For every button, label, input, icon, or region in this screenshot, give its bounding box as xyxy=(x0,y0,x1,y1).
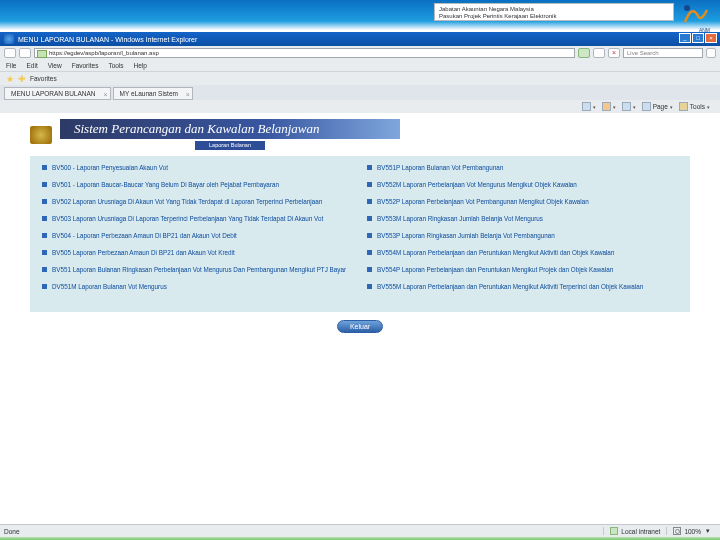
ie-tabstrip: MENU LAPORAN BULANAN × MY eLaunan Sistem… xyxy=(0,85,720,100)
report-link-l-0[interactable]: BV500 - Laporan Penyesuaian Akaun Vot xyxy=(42,164,353,172)
report-link-label[interactable]: BV552M Laporan Perbelanjaan Vot Mengurus… xyxy=(377,181,577,189)
report-panel: BV500 - Laporan Penyesuaian Akaun VotBV5… xyxy=(30,156,690,312)
report-link-label[interactable]: BV552P Laporan Perbelanjaan Vot Pembangu… xyxy=(377,198,589,206)
report-link-label[interactable]: BV505 Laporan Perbezaan Amaun Di BP21 da… xyxy=(52,249,235,257)
report-link-label[interactable]: BV553M Laporan Ringkasan Jumlah Belanja … xyxy=(377,215,543,223)
report-link-l-5[interactable]: BV505 Laporan Perbezaan Amaun Di BP21 da… xyxy=(42,249,353,257)
maximize-button[interactable]: □ xyxy=(692,33,704,43)
bullet-icon xyxy=(42,165,47,170)
report-link-r-3[interactable]: BV553M Laporan Ringkasan Jumlah Belanja … xyxy=(367,215,678,223)
report-link-l-7[interactable]: DV551M Laporan Bulanan Vot Mengurus xyxy=(42,283,353,291)
report-link-label[interactable]: BV555M Laporan Perbelanjaan dan Peruntuk… xyxy=(377,283,643,291)
report-link-label[interactable]: DV551M Laporan Bulanan Vot Mengurus xyxy=(52,283,167,291)
bullet-icon xyxy=(42,216,47,221)
tools-menu[interactable]: Tools▾ xyxy=(679,102,710,111)
report-link-label[interactable]: BV501 - Laporan Baucar-Baucar Yang Belum… xyxy=(52,181,279,189)
report-link-label[interactable]: BV502 Laporan Urusniaga Di Akaun Vot Yan… xyxy=(52,198,322,206)
window-title: MENU LAPORAN BULANAN - Windows Internet … xyxy=(18,36,197,43)
refresh-button[interactable] xyxy=(593,48,605,58)
report-link-label[interactable]: BV551 Laporan Bulanan Ringkasan Perbelan… xyxy=(52,266,346,274)
address-bar[interactable]: https://egdev/aspb/laporan/l_bulanan.asp xyxy=(34,48,575,58)
system-sub-banner: Laporan Bulanan xyxy=(195,141,265,150)
add-favorite-icon[interactable]: ✚ xyxy=(18,74,26,84)
ag-logo: ANM xyxy=(680,2,710,26)
ie-nav-row: https://egdev/aspb/laporan/l_bulanan.asp… xyxy=(0,46,720,60)
ie-favorites-bar: ★ ✚ Favorites xyxy=(0,71,720,85)
search-box[interactable]: Live Search xyxy=(623,48,703,58)
status-zone: Local intranet xyxy=(603,527,666,535)
report-link-l-1[interactable]: BV501 - Laporan Baucar-Baucar Yang Belum… xyxy=(42,181,353,189)
report-link-label[interactable]: BV554P Laporan Perbelanjaan dan Peruntuk… xyxy=(377,266,613,274)
stop-button[interactable]: × xyxy=(608,48,620,58)
report-link-l-4[interactable]: BV504 - Laporan Perbezaan Amaun Di BP21 … xyxy=(42,232,353,240)
close-button[interactable]: × xyxy=(705,33,717,43)
feeds-button[interactable]: ▾ xyxy=(602,102,616,111)
bullet-icon xyxy=(367,182,372,187)
go-button[interactable] xyxy=(578,48,590,58)
org-header: Jabatan Akauntan Negara Malaysia Pasukan… xyxy=(0,0,720,30)
report-link-label[interactable]: BV551P Laporan Bulanan Vot Pembangunan xyxy=(377,164,503,172)
bullet-icon xyxy=(42,233,47,238)
report-link-label[interactable]: BV554M Laporan Perbelanjaan dan Peruntuk… xyxy=(377,249,614,257)
ie-status-bar: Done Local intranet 100%▾ xyxy=(0,524,720,537)
report-link-label[interactable]: BV553P Laporan Ringkasan Jumlah Belanja … xyxy=(377,232,555,240)
tab-1[interactable]: MENU LAPORAN BULANAN × xyxy=(4,87,111,100)
tab-2-close-icon[interactable]: × xyxy=(186,89,190,100)
tab-1-label: MENU LAPORAN BULANAN xyxy=(11,90,96,97)
report-col-right: BV551P Laporan Bulanan Vot PembangunanBV… xyxy=(367,164,678,300)
bullet-icon xyxy=(367,216,372,221)
national-crest-icon xyxy=(30,126,52,144)
svg-point-0 xyxy=(684,5,690,11)
favorites-label[interactable]: Favorites xyxy=(30,75,57,82)
status-zoom[interactable]: 100%▾ xyxy=(666,527,716,535)
report-link-label[interactable]: BV503 Laporan Urusniaga Di Laporan Terpe… xyxy=(52,215,323,223)
tab-2[interactable]: MY eLaunan Sistem × xyxy=(113,87,193,100)
report-link-r-2[interactable]: BV552P Laporan Perbelanjaan Vot Pembangu… xyxy=(367,198,678,206)
ie-command-bar: ▾ ▾ ▾ Page▾ Tools▾ xyxy=(0,100,720,113)
report-link-r-1[interactable]: BV552M Laporan Perbelanjaan Vot Mengurus… xyxy=(367,181,678,189)
bullet-icon xyxy=(42,199,47,204)
bullet-icon xyxy=(367,233,372,238)
zone-icon xyxy=(610,527,618,535)
menu-favorites[interactable]: Favorites xyxy=(72,62,99,69)
bullet-icon xyxy=(367,267,372,272)
report-link-r-5[interactable]: BV554M Laporan Perbelanjaan dan Peruntuk… xyxy=(367,249,678,257)
bullet-icon xyxy=(367,199,372,204)
bullet-icon xyxy=(367,284,372,289)
menu-file[interactable]: File xyxy=(6,62,16,69)
report-link-l-6[interactable]: BV551 Laporan Bulanan Ringkasan Perbelan… xyxy=(42,266,353,274)
menu-tools[interactable]: Tools xyxy=(108,62,123,69)
home-button[interactable]: ▾ xyxy=(582,102,596,111)
bullet-icon xyxy=(42,284,47,289)
org-line1: Jabatan Akauntan Negara Malaysia xyxy=(439,6,669,13)
print-icon xyxy=(622,102,631,111)
tab-1-close-icon[interactable]: × xyxy=(103,89,107,100)
keluar-button[interactable]: Keluar xyxy=(337,320,383,333)
report-link-r-4[interactable]: BV553P Laporan Ringkasan Jumlah Belanja … xyxy=(367,232,678,240)
report-link-l-3[interactable]: BV503 Laporan Urusniaga Di Laporan Terpe… xyxy=(42,215,353,223)
home-icon xyxy=(582,102,591,111)
favorites-star-icon[interactable]: ★ xyxy=(6,74,14,84)
org-line2: Pasukan Projek Perintis Kerajaan Elektro… xyxy=(439,13,669,20)
report-link-r-7[interactable]: BV555M Laporan Perbelanjaan dan Peruntuk… xyxy=(367,283,678,291)
org-title-box: Jabatan Akauntan Negara Malaysia Pasukan… xyxy=(434,3,674,21)
page-menu[interactable]: Page▾ xyxy=(642,102,673,111)
report-link-label[interactable]: BV500 - Laporan Penyesuaian Akaun Vot xyxy=(52,164,168,172)
bullet-icon xyxy=(42,250,47,255)
report-link-r-0[interactable]: BV551P Laporan Bulanan Vot Pembangunan xyxy=(367,164,678,172)
page-icon xyxy=(642,102,651,111)
report-link-r-6[interactable]: BV554P Laporan Perbelanjaan dan Peruntuk… xyxy=(367,266,678,274)
menu-view[interactable]: View xyxy=(48,62,62,69)
back-button[interactable] xyxy=(4,48,16,58)
forward-button[interactable] xyxy=(19,48,31,58)
bullet-icon xyxy=(42,182,47,187)
menu-edit[interactable]: Edit xyxy=(26,62,37,69)
feeds-icon xyxy=(602,102,611,111)
menu-help[interactable]: Help xyxy=(134,62,147,69)
report-link-l-2[interactable]: BV502 Laporan Urusniaga Di Akaun Vot Yan… xyxy=(42,198,353,206)
report-col-left: BV500 - Laporan Penyesuaian Akaun VotBV5… xyxy=(42,164,353,300)
report-link-label[interactable]: BV504 - Laporan Perbezaan Amaun Di BP21 … xyxy=(52,232,237,240)
search-go-button[interactable] xyxy=(706,48,716,58)
minimize-button[interactable]: _ xyxy=(679,33,691,43)
print-button[interactable]: ▾ xyxy=(622,102,636,111)
